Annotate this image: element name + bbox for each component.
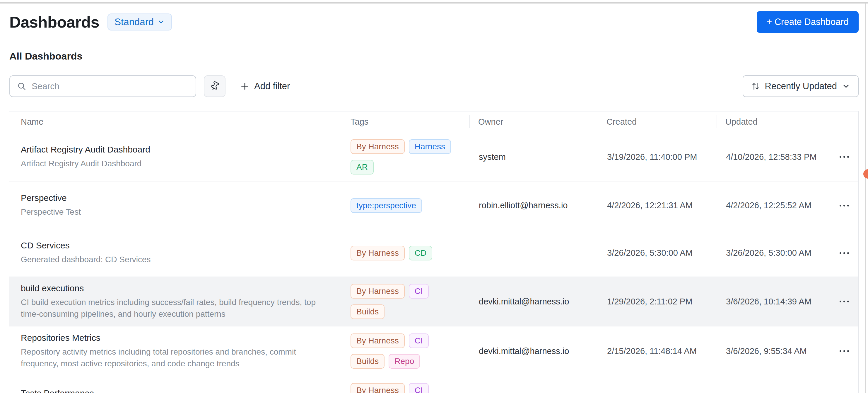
name-cell: Artifact Registry Audit DashboardArtifac… <box>9 132 342 181</box>
dot <box>847 156 849 158</box>
dashboard-description: Generated dashboard: CD Services <box>21 254 151 265</box>
column-header-actions <box>821 111 859 132</box>
tag[interactable]: Builds <box>350 304 384 319</box>
search-input[interactable] <box>32 81 189 91</box>
add-filter-button[interactable]: Add filter <box>240 81 290 91</box>
row-actions-button[interactable] <box>837 297 851 307</box>
dot <box>843 301 845 302</box>
name-block: Tests PerformanceTest execution analytic… <box>21 388 315 393</box>
dashboard-type-dropdown[interactable]: Standard <box>107 13 172 30</box>
tags-cell: By HarnessHarnessAR <box>342 132 469 181</box>
tag[interactable]: By Harness <box>350 246 405 260</box>
tags-cell: By HarnessCIBuildsRepo <box>342 327 469 376</box>
name-block: PerspectivePerspective Test <box>21 193 81 218</box>
actions-cell <box>821 277 859 326</box>
actions-cell <box>821 182 859 229</box>
tag[interactable]: By Harness <box>350 334 405 348</box>
name-block: CD ServicesGenerated dashboard: CD Servi… <box>21 241 151 265</box>
dashboard-name: Artifact Registry Audit Dashboard <box>21 145 150 155</box>
row-actions-button[interactable] <box>837 248 851 258</box>
tag[interactable]: Harness <box>409 139 451 154</box>
tag-list: By HarnessCD <box>350 246 432 260</box>
updated-cell: 3/6/2026, 9:55:34 AM <box>717 327 821 376</box>
table-body: Artifact Registry Audit DashboardArtifac… <box>9 132 858 393</box>
tag[interactable]: By Harness <box>350 383 405 393</box>
dot <box>847 350 849 352</box>
tags-cell: type:perspective <box>342 182 469 229</box>
dashboard-description: CI build execution metrics including suc… <box>21 297 330 320</box>
tag[interactable]: By Harness <box>350 139 405 154</box>
tag-list: type:perspective <box>350 198 422 213</box>
actions-cell <box>821 132 859 181</box>
chevron-down-icon <box>842 82 850 91</box>
tag[interactable]: Builds <box>350 354 384 369</box>
owner-cell: devki.mittal@harness.io <box>469 277 598 326</box>
tag[interactable]: CI <box>409 383 429 393</box>
tag[interactable]: type:perspective <box>350 198 422 213</box>
tag[interactable]: By Harness <box>350 284 405 299</box>
sort-dropdown[interactable]: Recently Updated <box>743 75 859 97</box>
tag[interactable]: CI <box>409 284 429 299</box>
name-cell: Repositories MetricsRepository activity … <box>9 327 342 376</box>
created-cell: 2/19/2026, 11:49:21 AM <box>598 376 717 393</box>
page-header: Dashboards Standard + Create Dashboard <box>9 11 859 33</box>
row-actions-button[interactable] <box>837 201 851 210</box>
dot <box>840 205 841 206</box>
tag-list: By HarnessCITests <box>350 383 464 393</box>
owner-cell: devki.mittal@harness.io <box>469 376 598 393</box>
updated-cell: 4/2/2026, 12:25:52 AM <box>717 182 821 229</box>
dashboard-type-label: Standard <box>115 17 154 28</box>
name-cell: CD ServicesGenerated dashboard: CD Servi… <box>9 229 342 277</box>
dashboard-name: build executions <box>21 283 330 293</box>
tag[interactable]: CD <box>409 246 432 260</box>
dot <box>840 252 841 254</box>
owner-cell <box>469 229 598 277</box>
dashboard-name: Repositories Metrics <box>21 333 330 343</box>
create-dashboard-button[interactable]: + Create Dashboard <box>757 11 859 33</box>
actions-cell <box>821 327 859 376</box>
dashboard-name: Perspective <box>21 193 81 203</box>
updated-cell: 4/10/2026, 12:58:33 PM <box>717 132 821 181</box>
column-header-updated: Updated <box>717 111 821 132</box>
dashboard-description: Perspective Test <box>21 206 81 218</box>
column-header-name: Name <box>9 111 342 132</box>
dot <box>847 301 849 302</box>
tag-list: By HarnessCIBuilds <box>350 284 464 319</box>
table-row[interactable]: PerspectivePerspective Testtype:perspect… <box>9 181 858 229</box>
dot <box>840 156 841 158</box>
tag[interactable]: CI <box>409 334 429 348</box>
page-title: Dashboards <box>9 13 99 31</box>
tag[interactable]: Repo <box>389 354 420 369</box>
toolbar: Add filter Recently Updated <box>9 75 859 97</box>
name-cell: PerspectivePerspective Test <box>9 182 342 229</box>
search-icon <box>17 82 26 91</box>
title-wrap: Dashboards Standard <box>9 13 172 31</box>
dashboard-description: Artifact Registry Audit Dashboard <box>21 158 150 170</box>
name-block: build executionsCI build execution metri… <box>21 283 330 320</box>
search-box <box>9 75 196 97</box>
actions-cell <box>821 229 859 277</box>
tag[interactable]: AR <box>350 160 374 174</box>
name-cell: Tests PerformanceTest execution analytic… <box>9 376 342 393</box>
row-actions-button[interactable] <box>837 346 851 356</box>
plus-icon <box>240 82 249 91</box>
sort-label: Recently Updated <box>765 81 837 91</box>
table-row[interactable]: build executionsCI build execution metri… <box>9 277 858 326</box>
column-header-tags: Tags <box>342 111 469 132</box>
dot <box>843 350 845 352</box>
row-actions-button[interactable] <box>837 152 851 162</box>
table-row[interactable]: CD ServicesGenerated dashboard: CD Servi… <box>9 229 858 277</box>
dashboard-name: Tests Performance <box>21 388 315 393</box>
pin-filter-button[interactable] <box>204 75 225 97</box>
owner-cell: system <box>469 132 598 181</box>
sort-icon <box>751 82 760 91</box>
table-header-row: NameTagsOwnerCreatedUpdated <box>9 111 858 132</box>
created-cell: 1/29/2026, 2:11:02 PM <box>598 277 717 326</box>
column-header-owner: Owner <box>469 111 598 132</box>
table-row[interactable]: Repositories MetricsRepository activity … <box>9 326 858 376</box>
updated-cell: 3/6/2026, 10:14:39 AM <box>717 277 821 326</box>
table-row[interactable]: Artifact Registry Audit DashboardArtifac… <box>9 132 858 181</box>
dot <box>847 252 849 254</box>
table-row[interactable]: Tests PerformanceTest execution analytic… <box>9 376 858 393</box>
dashboards-table: NameTagsOwnerCreatedUpdated Artifact Reg… <box>9 111 859 393</box>
